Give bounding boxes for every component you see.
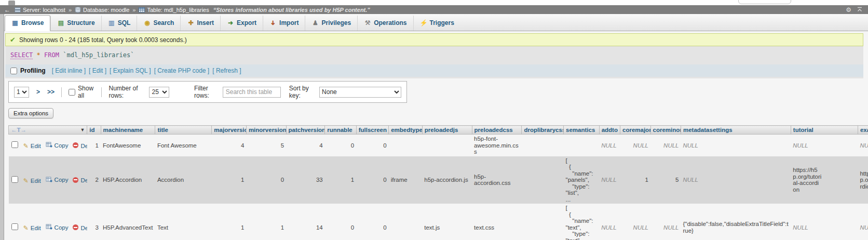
delete-link[interactable]: Delete bbox=[73, 224, 87, 232]
column-header-id[interactable]: id bbox=[87, 126, 101, 135]
filter-rows-label: Filter rows: bbox=[194, 85, 219, 99]
breadcrumb-item-label: Server: localhost bbox=[23, 7, 65, 13]
column-header-title[interactable]: title bbox=[155, 126, 212, 135]
tab-insert[interactable]: ✚Insert bbox=[180, 16, 220, 31]
profiling-link-edit[interactable]: Edit bbox=[92, 67, 103, 74]
cell-coreminor: NULL bbox=[650, 135, 681, 156]
null-value: NULL bbox=[683, 177, 698, 183]
profiling-checkbox[interactable] bbox=[10, 68, 17, 74]
copy-link[interactable]: Copy bbox=[46, 141, 69, 150]
extra-options-button[interactable]: Extra options bbox=[8, 108, 53, 118]
row-checkbox[interactable] bbox=[11, 141, 18, 148]
column-header-droplibrarycss[interactable]: droplibrarycss bbox=[522, 126, 564, 135]
cell-coreminor: NULL bbox=[650, 204, 681, 240]
copy-link[interactable]: Copy bbox=[46, 223, 69, 232]
cell-addto: NULL bbox=[599, 135, 620, 156]
sql-star: * bbox=[37, 51, 40, 59]
tab-operations[interactable]: ⚒Operations bbox=[357, 16, 413, 31]
breadcrumb-item-database[interactable]: Database: moodle bbox=[75, 7, 129, 13]
sort-order-icon[interactable]: ▼ bbox=[80, 127, 85, 132]
next-page-button[interactable]: > bbox=[36, 88, 40, 96]
cell-majorversion: 4 bbox=[212, 135, 247, 156]
column-header-runnable[interactable]: runnable bbox=[325, 126, 357, 135]
status-message: ✔ Showing rows 0 - 24 (185 total, Query … bbox=[5, 33, 863, 46]
last-page-button[interactable]: >> bbox=[47, 88, 55, 96]
show-all-checkbox[interactable] bbox=[69, 87, 75, 98]
url-value: https://h5p.org/tutorial-accordion bbox=[793, 167, 822, 193]
delete-icon bbox=[73, 142, 78, 150]
back-arrow-icon[interactable]: ← bbox=[4, 6, 10, 14]
null-value: NULL bbox=[633, 224, 648, 231]
import-icon: ➜ bbox=[269, 19, 277, 26]
edit-link[interactable]: ✎Edit bbox=[23, 143, 41, 150]
collapse-top-icon[interactable] bbox=[857, 7, 863, 13]
cell-example: NULL bbox=[858, 135, 868, 156]
copy-link[interactable]: Copy bbox=[46, 176, 69, 184]
profiling-link-explain-sql[interactable]: Explain SQL bbox=[113, 67, 147, 74]
breadcrumb-item-table[interactable]: Table: mdl_h5p_libraries bbox=[139, 7, 209, 13]
column-header-machinename[interactable]: machinename bbox=[101, 126, 155, 135]
column-header-minorversion[interactable]: minorversion bbox=[246, 126, 286, 135]
tab-label: Insert bbox=[197, 19, 214, 26]
row-checkbox[interactable] bbox=[11, 176, 18, 183]
cell-preloadedcss: h5p-accordion.css bbox=[472, 156, 522, 204]
num-rows-select[interactable]: 25 bbox=[149, 87, 169, 98]
filter-input[interactable] bbox=[223, 87, 281, 98]
column-header-preloadedcss[interactable]: preloadedcss bbox=[472, 126, 522, 135]
column-header-patchversion[interactable]: patchversion bbox=[286, 126, 325, 135]
tab-label: Structure bbox=[67, 19, 94, 26]
tab-triggers[interactable]: ⚡Triggers bbox=[413, 16, 460, 31]
edit-label: Edit bbox=[31, 178, 41, 184]
edit-link[interactable]: ✎Edit bbox=[23, 178, 41, 184]
cell-patchversion: 14 bbox=[286, 204, 325, 240]
tab-privileges[interactable]: ♟Privileges bbox=[305, 16, 357, 31]
edit-label: Edit bbox=[31, 143, 41, 150]
column-header-addto[interactable]: addto bbox=[599, 126, 620, 135]
row-actions: ✎EditCopyDelete bbox=[21, 135, 87, 156]
column-header-semantics[interactable]: semantics bbox=[564, 126, 600, 135]
display-options-icon[interactable]: ←T→ bbox=[11, 127, 26, 133]
column-header-tutorial[interactable]: tutorial bbox=[791, 126, 858, 135]
edit-link[interactable]: ✎Edit bbox=[23, 225, 41, 232]
breadcrumb-separator: » bbox=[132, 7, 135, 13]
column-header-preloadedjs[interactable]: preloadedjs bbox=[422, 126, 472, 135]
sql-query[interactable]: SELECT * FROM `mdl_h5p_libraries` bbox=[5, 46, 863, 64]
gear-icon[interactable]: ⚙ bbox=[846, 6, 851, 14]
column-header-majorversion[interactable]: majorversion bbox=[212, 126, 247, 135]
cell-majorversion: 1 bbox=[212, 204, 247, 240]
column-header-metadatasettings[interactable]: metadatasettings bbox=[681, 126, 791, 135]
sort-by-key-label: Sort by key: bbox=[289, 85, 315, 99]
pagination-bar: 1 > >> Show all Number of rows: 25 Filte… bbox=[8, 81, 407, 103]
column-header-embedtypes[interactable]: embedtypes bbox=[389, 126, 423, 135]
tab-import[interactable]: ➜Import bbox=[263, 16, 305, 31]
copy-icon bbox=[46, 176, 52, 184]
tab-sql[interactable]: ▥SQL bbox=[101, 16, 137, 31]
cell-embedtypes: iframe bbox=[389, 156, 423, 204]
export-icon: ➜ bbox=[227, 19, 234, 26]
cell-coremajor: NULL bbox=[620, 135, 651, 156]
profiling-link-edit-inline[interactable]: Edit inline bbox=[55, 67, 82, 74]
cell-droplibrarycss bbox=[522, 156, 564, 204]
column-header-fullscreen[interactable]: fullscreen bbox=[356, 126, 389, 135]
tab-export[interactable]: ➜Export bbox=[220, 16, 263, 31]
null-value: NULL bbox=[601, 142, 616, 149]
tab-search[interactable]: ◉Search bbox=[137, 16, 180, 31]
page-select[interactable]: 1 bbox=[14, 87, 29, 98]
cell-minorversion: 5 bbox=[246, 135, 286, 156]
column-header-coremajor[interactable]: coremajor bbox=[620, 126, 651, 135]
delete-link[interactable]: Delete bbox=[73, 177, 87, 184]
breadcrumb-item-server[interactable]: Server: localhost bbox=[15, 7, 65, 13]
column-header-coreminor[interactable]: coreminor bbox=[650, 126, 681, 135]
left-panel-strip[interactable] bbox=[0, 14, 4, 240]
sql-keyword-select[interactable]: SELECT bbox=[10, 51, 33, 59]
row-checkbox[interactable] bbox=[11, 223, 18, 230]
tab-browse[interactable]: ▦Browse bbox=[5, 15, 50, 31]
delete-link[interactable]: Delete bbox=[73, 142, 87, 150]
column-header-example[interactable]: example bbox=[858, 126, 868, 135]
table-comment: “Stores information about libraries used… bbox=[213, 7, 370, 13]
sort-by-key-select[interactable]: None bbox=[319, 87, 401, 98]
row-actions: ✎EditCopyDelete bbox=[21, 156, 87, 204]
profiling-link-refresh[interactable]: Refresh bbox=[216, 67, 238, 74]
tab-structure[interactable]: ▤Structure bbox=[50, 16, 101, 31]
profiling-link-create-php-code[interactable]: Create PHP code bbox=[157, 67, 206, 74]
